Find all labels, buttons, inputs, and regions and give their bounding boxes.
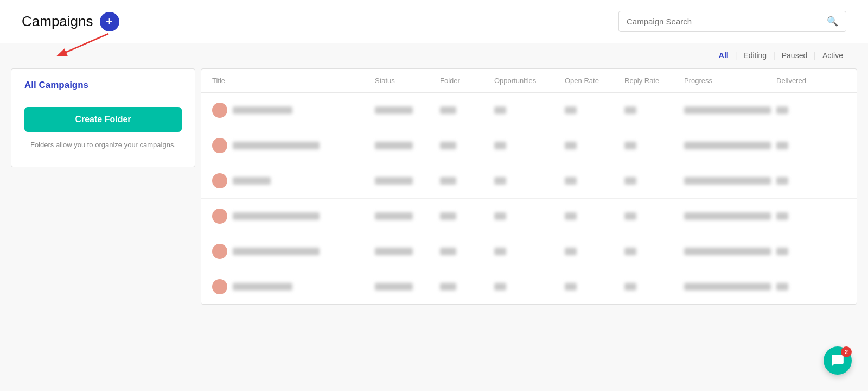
search-bar[interactable]: 🔍 (618, 11, 846, 32)
row-status-cell (375, 142, 440, 149)
row-reply-cell (624, 177, 684, 185)
table-row[interactable] (201, 163, 857, 199)
row-folder-cell (440, 142, 494, 149)
row-open-cell (565, 212, 624, 220)
col-open-rate: Open Rate (565, 77, 624, 85)
row-delivered-cell (776, 283, 831, 291)
page-header: Campaigns + 🔍 (0, 0, 868, 43)
table-row[interactable] (201, 269, 857, 304)
col-opportunities: Opportunities (494, 77, 565, 85)
filter-paused[interactable]: Paused (782, 51, 807, 60)
row-folder-cell (440, 212, 494, 220)
row-open-cell (565, 248, 624, 255)
row-open-cell (565, 283, 624, 291)
row-progress-cell (684, 106, 776, 114)
row-title-cell (212, 138, 375, 153)
search-input[interactable] (627, 17, 827, 26)
row-icon (212, 209, 227, 224)
add-campaign-button[interactable]: + (100, 12, 119, 31)
row-open-cell (565, 177, 624, 185)
col-status: Status (375, 77, 440, 85)
row-status-cell (375, 283, 440, 291)
sidebar-description: Folders allow you to organize your campa… (24, 140, 182, 150)
row-reply-cell (624, 283, 684, 291)
row-reply-cell (624, 248, 684, 255)
row-icon (212, 244, 227, 259)
row-status-cell (375, 106, 440, 114)
table-row[interactable] (201, 234, 857, 269)
row-reply-cell (624, 106, 684, 114)
row-icon (212, 279, 227, 294)
row-title-blur (233, 283, 292, 291)
filter-active[interactable]: Active (822, 51, 843, 60)
table-row[interactable] (201, 199, 857, 234)
row-opp-cell (494, 248, 565, 255)
col-delivered: Delivered (776, 77, 831, 85)
sidebar-title: All Campaigns (24, 80, 182, 91)
table-row[interactable] (201, 128, 857, 163)
row-title-blur (233, 142, 320, 149)
row-title-cell (212, 244, 375, 259)
row-delivered-cell (776, 142, 831, 149)
row-folder-cell (440, 283, 494, 291)
chat-bubble-button[interactable]: 2 (824, 346, 852, 375)
main-content: All Campaigns Create Folder Folders allo… (0, 63, 868, 316)
row-delivered-cell (776, 248, 831, 255)
row-title-blur (233, 212, 320, 220)
row-icon (212, 173, 227, 188)
row-icon (212, 103, 227, 118)
col-title: Title (212, 77, 375, 85)
col-folder: Folder (440, 77, 494, 85)
row-title-blur (233, 106, 292, 114)
row-folder-cell (440, 177, 494, 185)
row-title-cell (212, 279, 375, 294)
filter-editing[interactable]: Editing (743, 51, 767, 60)
row-title-blur (233, 177, 271, 185)
row-opp-cell (494, 283, 565, 291)
campaigns-table: Title Status Folder Opportunities Open R… (201, 68, 857, 305)
plus-icon: + (106, 16, 113, 28)
row-status-cell (375, 248, 440, 255)
row-delivered-cell (776, 212, 831, 220)
row-progress-cell (684, 177, 776, 185)
row-title-blur (233, 248, 320, 255)
row-open-cell (565, 106, 624, 114)
row-reply-cell (624, 142, 684, 149)
table-header: Title Status Folder Opportunities Open R… (201, 69, 857, 93)
row-progress-cell (684, 283, 776, 291)
row-opp-cell (494, 142, 565, 149)
row-title-cell (212, 103, 375, 118)
row-opp-cell (494, 106, 565, 114)
filter-bar: All | Editing | Paused | Active (0, 43, 868, 63)
row-folder-cell (440, 248, 494, 255)
filter-all[interactable]: All (719, 51, 729, 60)
col-reply-rate: Reply Rate (624, 77, 684, 85)
row-folder-cell (440, 106, 494, 114)
row-status-cell (375, 212, 440, 220)
row-progress-cell (684, 248, 776, 255)
row-delivered-cell (776, 106, 831, 114)
header-left: Campaigns + (22, 12, 119, 31)
row-open-cell (565, 142, 624, 149)
page-title: Campaigns (22, 13, 93, 30)
row-opp-cell (494, 212, 565, 220)
row-progress-cell (684, 212, 776, 220)
search-icon: 🔍 (827, 16, 838, 27)
sidebar: All Campaigns Create Folder Folders allo… (11, 68, 195, 167)
chat-badge: 2 (841, 346, 852, 357)
table-row[interactable] (201, 93, 857, 128)
row-opp-cell (494, 177, 565, 185)
create-folder-button[interactable]: Create Folder (24, 107, 182, 132)
row-title-cell (212, 173, 375, 188)
row-delivered-cell (776, 177, 831, 185)
row-icon (212, 138, 227, 153)
row-title-cell (212, 209, 375, 224)
row-progress-cell (684, 142, 776, 149)
row-status-cell (375, 177, 440, 185)
row-reply-cell (624, 212, 684, 220)
col-progress: Progress (684, 77, 776, 85)
